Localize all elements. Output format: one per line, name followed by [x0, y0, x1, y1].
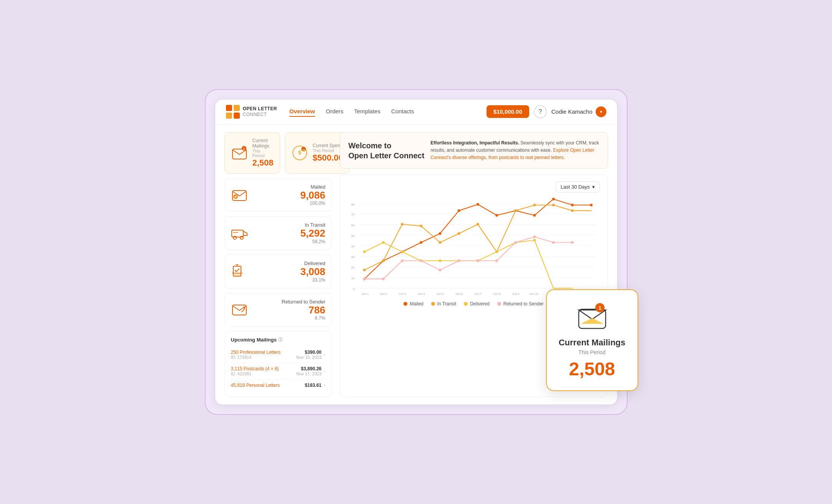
svg-text:Oct 8: Oct 8 — [493, 292, 500, 296]
svg-text:Oct 9: Oct 9 — [512, 292, 520, 296]
mailed-dot-10 — [552, 198, 555, 201]
upcoming-item-1-name: 3,115 Postcards (4 × 6) — [231, 366, 279, 371]
transit-dot-2 — [401, 223, 404, 226]
transit-dot-0 — [363, 269, 365, 272]
mailed-dot-6 — [476, 203, 479, 206]
upcoming-item-1-amount: $3,890.26 — [296, 366, 321, 371]
balance-button[interactable]: $10,000.00 — [487, 105, 529, 118]
transit-icon — [231, 225, 248, 242]
returned-card: Returned to Sender 786 8.7% — [224, 293, 332, 327]
returned-dot-2 — [401, 260, 404, 262]
svg-text:40: 40 — [351, 245, 354, 249]
svg-rect-19 — [233, 273, 241, 276]
period-label: Last 30 Days — [561, 184, 590, 190]
spend-value: $500.00 — [313, 153, 344, 163]
svg-text:60: 60 — [351, 224, 354, 227]
returned-pct: 8.7% — [253, 315, 325, 321]
logo-text: OPEN LETTERconnect — [243, 106, 277, 117]
upcoming-title: Upcoming Mailings ⓘ — [231, 337, 325, 343]
delivered-value: 3,008 — [253, 266, 325, 277]
upcoming-item-2[interactable]: 45,819 Personal Letters $183.61 › — [231, 380, 325, 391]
delivered-label: Delivered — [253, 260, 325, 266]
transit-dot-5 — [457, 232, 460, 235]
transit-dot-6 — [476, 223, 479, 226]
returned-dot-6 — [476, 260, 479, 262]
svg-text:💳: 💳 — [302, 148, 305, 151]
logo-icon — [226, 105, 240, 119]
upcoming-item-1-chevron-icon: › — [324, 368, 325, 374]
nav-templates[interactable]: Templates — [354, 106, 380, 117]
returned-dot-1 — [382, 278, 384, 280]
nav-contacts[interactable]: Contacts — [391, 106, 414, 117]
legend-delivered: Delivered — [464, 301, 490, 307]
legend-transit-dot — [431, 302, 435, 306]
outer-container: OPEN LETTERconnect Overview Orders Templ… — [205, 89, 628, 415]
mailed-icon — [231, 187, 248, 204]
transit-dot-11 — [571, 209, 573, 212]
upcoming-item-0-left: 250 Professional Letters ID: 173914 — [231, 350, 281, 360]
floating-card-subtitle: This Period — [578, 349, 606, 355]
svg-text:10: 10 — [351, 277, 354, 280]
delivered-dot-7 — [495, 250, 498, 253]
mailed-dot-11 — [571, 204, 573, 207]
upcoming-item-1-id: ID: 421081 — [231, 371, 279, 376]
nav-links: Overview Orders Templates Contacts — [289, 106, 474, 117]
help-button[interactable]: ? — [534, 105, 547, 118]
user-name: Codie Kamacho — [551, 108, 593, 115]
delivered-icon — [231, 263, 248, 280]
upcoming-item-0-date: Nov 15, 2023 — [296, 355, 321, 360]
nav-orders[interactable]: Orders — [326, 106, 344, 117]
mailed-dot-5 — [457, 209, 460, 212]
delivered-line — [364, 240, 572, 288]
transit-pct: 58.2% — [253, 239, 325, 244]
left-column: 1 Current Mailings This Period 2,508 $ — [224, 132, 332, 397]
returned-value: 786 — [253, 305, 325, 316]
svg-text:Oct 3: Oct 3 — [399, 292, 406, 296]
upcoming-item-2-right: $183.61 › — [305, 383, 325, 388]
mailed-card: Mailed 9,086 100.0% — [224, 178, 332, 212]
mailings-stat-text: Current Mailings This Period 2,508 — [252, 138, 274, 168]
transit-value: 5,292 — [253, 228, 325, 239]
transit-dot-9 — [533, 204, 536, 207]
legend-transit: In Transit — [431, 301, 456, 307]
upcoming-item-2-amount: $183.61 — [305, 383, 321, 388]
svg-text:30: 30 — [351, 255, 354, 259]
returned-icon — [231, 301, 248, 318]
welcome-banner: Welcome toOpen Letter Connect Effortless… — [340, 132, 608, 169]
legend-mailed-dot — [404, 302, 407, 306]
mailings-sublabel: This Period — [252, 149, 274, 158]
floating-card-title: Current Mailings — [559, 338, 626, 348]
upcoming-item-1[interactable]: 3,115 Postcards (4 × 6) ID: 421081 $3,89… — [231, 363, 325, 380]
mailed-dot-4 — [438, 232, 441, 235]
svg-text:Oct 7: Oct 7 — [474, 292, 482, 296]
delivered-text: Delivered 3,008 33.1% — [253, 260, 325, 283]
delivered-pct: 33.1% — [253, 277, 325, 283]
user-area[interactable]: Codie Kamacho ▾ — [551, 106, 606, 117]
svg-text:1: 1 — [598, 305, 601, 311]
svg-text:Oct 10: Oct 10 — [530, 292, 538, 296]
period-select[interactable]: Last 30 Days ▾ — [556, 181, 600, 192]
svg-rect-2 — [226, 113, 232, 119]
upcoming-item-0[interactable]: 250 Professional Letters ID: 173914 $390… — [231, 346, 325, 363]
user-chevron-icon[interactable]: ▾ — [596, 106, 606, 117]
nav-overview[interactable]: Overview — [289, 106, 315, 117]
svg-text:Oct 4: Oct 4 — [418, 292, 425, 296]
transit-dot-8 — [514, 209, 517, 212]
spend-sublabel: This Period — [313, 148, 344, 153]
upcoming-item-0-right: $390.00 Nov 15, 2023 › — [296, 350, 325, 360]
svg-text:80: 80 — [351, 203, 354, 206]
upcoming-mailings-card: Upcoming Mailings ⓘ 250 Professional Let… — [224, 331, 332, 397]
svg-text:Oct 2: Oct 2 — [380, 292, 387, 296]
legend-returned-label: Returned to Sender — [503, 301, 544, 307]
upcoming-item-0-amount: $390.00 — [296, 350, 321, 355]
upcoming-item-0-chevron-icon: › — [324, 352, 325, 357]
svg-marker-57 — [581, 318, 604, 324]
svg-text:Oct 5: Oct 5 — [437, 292, 444, 296]
svg-text:0: 0 — [353, 287, 354, 291]
svg-rect-3 — [234, 113, 240, 119]
delivered-dot-0 — [363, 250, 365, 253]
mailed-dot-7 — [495, 214, 498, 217]
svg-text:50: 50 — [351, 234, 354, 238]
legend-mailed-label: Mailed — [410, 301, 423, 307]
mailed-pct: 100.0% — [253, 201, 325, 206]
